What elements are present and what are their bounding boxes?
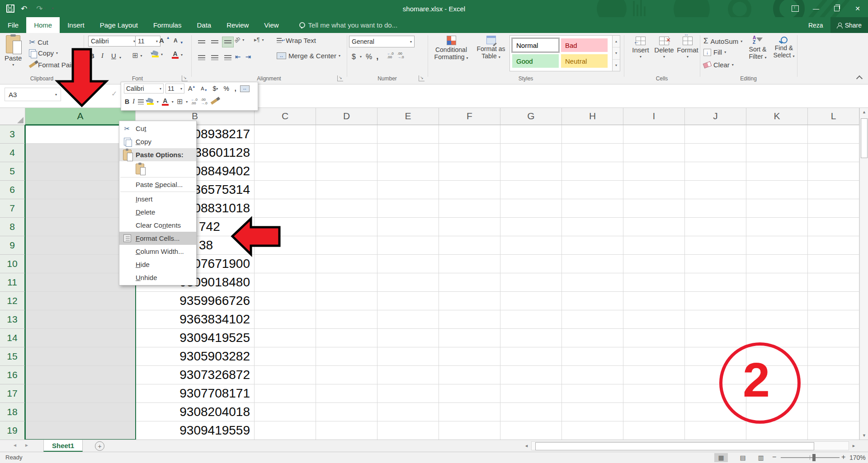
- cell-F9[interactable]: [439, 236, 500, 255]
- ribbon-display-options-button[interactable]: [785, 0, 806, 17]
- paste-button[interactable]: Paste ▾: [5, 35, 22, 67]
- cell-G7[interactable]: [500, 199, 562, 218]
- restore-button[interactable]: [826, 0, 847, 17]
- cell-J4[interactable]: [685, 144, 746, 162]
- normal-view-button[interactable]: ▦: [714, 453, 728, 462]
- cell-G4[interactable]: [500, 144, 562, 162]
- cell-C17[interactable]: [255, 384, 316, 403]
- cell-H15[interactable]: [562, 347, 623, 366]
- row-header-17[interactable]: 17: [0, 384, 25, 403]
- mini-merge-icon[interactable]: ↔: [240, 85, 250, 92]
- cell-G11[interactable]: [500, 273, 562, 292]
- tab-formulas[interactable]: Formulas: [146, 17, 189, 33]
- cell-G18[interactable]: [500, 403, 562, 421]
- tab-review[interactable]: Review: [219, 17, 256, 33]
- cell-L8[interactable]: [808, 218, 859, 236]
- mini-bold-button[interactable]: B: [125, 97, 129, 107]
- mini-borders-button[interactable]: ⊞: [177, 98, 183, 105]
- percent-format-button[interactable]: %: [366, 53, 372, 61]
- cell-K4[interactable]: [746, 144, 808, 162]
- row-header-16[interactable]: 16: [0, 366, 25, 384]
- cell-A15[interactable]: [25, 347, 136, 366]
- cell-E12[interactable]: [377, 292, 439, 310]
- cell-D14[interactable]: [316, 329, 377, 347]
- decrease-decimal-button[interactable]: .00→.0: [397, 52, 404, 59]
- cell-I5[interactable]: [623, 162, 685, 181]
- cell-J14[interactable]: [685, 329, 746, 347]
- cell-F7[interactable]: [439, 199, 500, 218]
- column-header-L[interactable]: L: [808, 108, 859, 125]
- cell-K19[interactable]: [746, 421, 808, 440]
- cell-B17[interactable]: 9307708171: [136, 384, 255, 403]
- context-menu-item-hide[interactable]: Hide: [119, 258, 196, 271]
- increase-indent-button[interactable]: ⇥: [245, 53, 251, 61]
- cell-H17[interactable]: [562, 384, 623, 403]
- cut-button[interactable]: ✂ Cut: [29, 37, 48, 47]
- cell-C15[interactable]: [255, 347, 316, 366]
- mini-format-painter-button[interactable]: [210, 98, 217, 105]
- underline-button[interactable]: U: [111, 52, 116, 60]
- tab-data[interactable]: Data: [189, 17, 219, 33]
- cell-K9[interactable]: [746, 236, 808, 255]
- cell-H18[interactable]: [562, 403, 623, 421]
- cell-H8[interactable]: [562, 218, 623, 236]
- cell-A17[interactable]: [25, 384, 136, 403]
- horizontal-scrollbar[interactable]: [531, 441, 849, 450]
- bottom-align-button[interactable]: [222, 37, 234, 47]
- new-sheet-button[interactable]: +: [95, 441, 104, 451]
- cell-F17[interactable]: [439, 384, 500, 403]
- cell-E8[interactable]: [377, 218, 439, 236]
- cell-H19[interactable]: [562, 421, 623, 440]
- align-center-button[interactable]: [209, 52, 221, 63]
- cell-G16[interactable]: [500, 366, 562, 384]
- cell-I3[interactable]: [623, 125, 685, 144]
- cell-K13[interactable]: [746, 310, 808, 329]
- cell-G6[interactable]: [500, 181, 562, 199]
- cell-G12[interactable]: [500, 292, 562, 310]
- cell-D5[interactable]: [316, 162, 377, 181]
- copy-button[interactable]: Copy▾: [29, 49, 58, 57]
- conditional-formatting-button[interactable]: ConditionalFormatting ▾: [430, 36, 472, 62]
- cell-H16[interactable]: [562, 366, 623, 384]
- middle-align-button[interactable]: [209, 37, 221, 47]
- cell-style-good[interactable]: Good: [512, 54, 559, 68]
- cell-G17[interactable]: [500, 384, 562, 403]
- cell-I17[interactable]: [623, 384, 685, 403]
- cell-E19[interactable]: [377, 421, 439, 440]
- font-size-select[interactable]: 11▾: [135, 36, 160, 47]
- cell-H3[interactable]: [562, 125, 623, 144]
- mini-increase-decimal-button[interactable]: ←.0.00: [191, 98, 198, 105]
- scroll-down-icon[interactable]: ▼: [860, 433, 868, 438]
- scroll-left-icon[interactable]: ◄: [524, 444, 528, 448]
- cell-I13[interactable]: [623, 310, 685, 329]
- column-header-I[interactable]: I: [623, 108, 685, 125]
- cell-C5[interactable]: [255, 162, 316, 181]
- close-button[interactable]: ✕: [847, 0, 868, 17]
- cell-E7[interactable]: [377, 199, 439, 218]
- cell-A13[interactable]: [25, 310, 136, 329]
- comma-format-button[interactable]: ,: [376, 52, 378, 61]
- format-as-table-button[interactable]: Format asTable ▾: [474, 36, 508, 61]
- scroll-up-icon[interactable]: ▲: [860, 110, 868, 114]
- align-left-button[interactable]: [196, 52, 208, 63]
- column-header-J[interactable]: J: [685, 108, 746, 125]
- column-header-G[interactable]: G: [500, 108, 562, 125]
- cell-F18[interactable]: [439, 403, 500, 421]
- cell-J5[interactable]: [685, 162, 746, 181]
- shrink-font-button[interactable]: A▼: [174, 37, 184, 44]
- cell-I15[interactable]: [623, 347, 685, 366]
- number-format-select[interactable]: General▾: [349, 36, 415, 47]
- tab-file[interactable]: File: [0, 17, 26, 33]
- increase-decimal-button[interactable]: ←.0.00: [387, 52, 394, 59]
- cell-D6[interactable]: [316, 181, 377, 199]
- mini-grow-font-button[interactable]: A▲: [186, 84, 197, 94]
- cell-style-bad[interactable]: Bad: [561, 38, 608, 52]
- cell-K6[interactable]: [746, 181, 808, 199]
- cell-D18[interactable]: [316, 403, 377, 421]
- scroll-right-icon[interactable]: ►: [852, 444, 856, 448]
- cell-C12[interactable]: [255, 292, 316, 310]
- cell-F16[interactable]: [439, 366, 500, 384]
- mini-font-color-button[interactable]: A: [162, 98, 169, 106]
- orientation-button[interactable]: ab▾: [234, 37, 244, 43]
- cell-C11[interactable]: [255, 273, 316, 292]
